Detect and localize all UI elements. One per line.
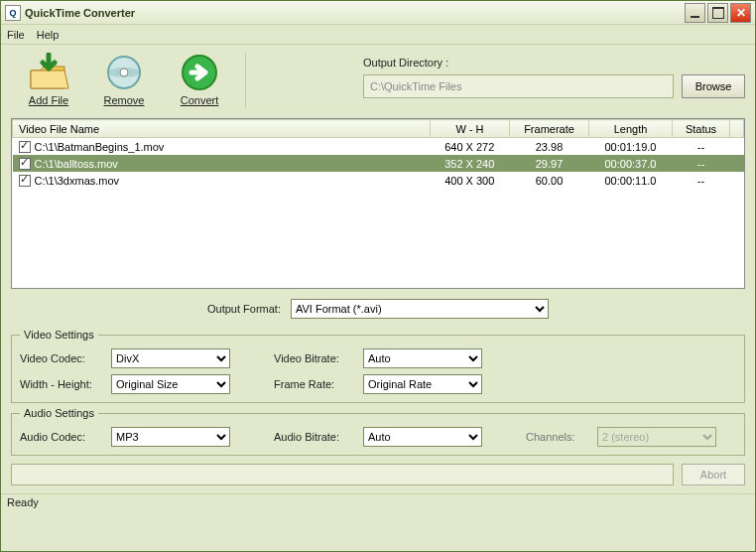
row-framerate: 60.00: [510, 172, 589, 189]
video-codec-label: Video Codec:: [20, 352, 103, 364]
audio-bitrate-select[interactable]: Auto: [363, 427, 482, 447]
table-row[interactable]: C:\1\3dxmas.mov400 X 30060.0000:00:11.0-…: [13, 172, 744, 189]
row-filename: C:\1\balltoss.mov: [35, 158, 118, 170]
row-filename: C:\1\3dxmas.mov: [35, 175, 120, 187]
menu-file[interactable]: File: [7, 29, 25, 41]
audio-settings-legend: Audio Settings: [20, 407, 98, 419]
file-table[interactable]: Video File Name W - H Framerate Length S…: [11, 118, 745, 289]
app-icon: [5, 5, 21, 21]
titlebar: QuickTime Converter: [1, 1, 755, 25]
audio-settings-group: Audio Settings Audio Codec: MP3 Audio Bi…: [11, 407, 745, 456]
row-length: 00:00:37.0: [589, 155, 673, 172]
audio-codec-select[interactable]: MP3: [111, 427, 230, 447]
width-height-label: Width - Height:: [20, 378, 103, 390]
status-bar: Ready: [1, 493, 755, 513]
table-row[interactable]: C:\1\BatmanBegins_1.mov640 X 27223.9800:…: [13, 138, 744, 156]
browse-button[interactable]: Browse: [682, 74, 745, 98]
video-settings-group: Video Settings Video Codec: DivX Video B…: [11, 329, 745, 403]
close-button[interactable]: [730, 3, 751, 23]
output-format-label: Output Format:: [207, 303, 281, 315]
row-status: --: [673, 138, 730, 156]
width-height-select[interactable]: Original Size: [111, 374, 230, 394]
row-length: 00:01:19.0: [589, 138, 673, 156]
menu-help[interactable]: Help: [37, 29, 60, 41]
row-length: 00:00:11.0: [589, 172, 673, 189]
channels-select: 2 (stereo): [597, 427, 716, 447]
row-wh: 400 X 300: [431, 172, 510, 189]
bottom-bar: Abort: [11, 464, 745, 485]
convert-icon: [178, 53, 221, 92]
col-wh[interactable]: W - H: [431, 120, 510, 138]
output-format-row: Output Format: AVI Format (*.avi): [1, 299, 755, 319]
row-checkbox[interactable]: [19, 158, 31, 170]
row-checkbox[interactable]: [19, 175, 31, 187]
abort-button: Abort: [682, 464, 745, 485]
output-directory-section: Output Directory : Browse: [254, 53, 745, 98]
window-controls: [685, 3, 751, 23]
remove-label: Remove: [86, 94, 162, 106]
row-status: --: [673, 172, 730, 189]
row-filename: C:\1\BatmanBegins_1.mov: [35, 141, 165, 153]
row-framerate: 23.98: [510, 138, 589, 156]
remove-button[interactable]: Remove: [86, 53, 162, 106]
video-codec-select[interactable]: DivX: [111, 348, 230, 368]
output-directory-label: Output Directory :: [363, 57, 745, 69]
row-checkbox[interactable]: [19, 141, 31, 153]
row-wh: 352 X 240: [431, 155, 510, 172]
window-title: QuickTime Converter: [25, 7, 685, 19]
video-settings-legend: Video Settings: [20, 329, 98, 341]
video-bitrate-select[interactable]: Auto: [363, 348, 482, 368]
col-spacer: [730, 120, 744, 138]
frame-rate-select[interactable]: Original Rate: [363, 374, 482, 394]
video-bitrate-label: Video Bitrate:: [274, 352, 355, 364]
output-format-select[interactable]: AVI Format (*.avi): [291, 299, 549, 319]
col-name[interactable]: Video File Name: [13, 120, 431, 138]
row-wh: 640 X 272: [431, 138, 510, 156]
channels-label: Channels:: [526, 431, 589, 443]
convert-label: Convert: [162, 94, 237, 106]
toolbar-separator: [245, 53, 246, 108]
progress-bar: [11, 464, 674, 485]
maximize-button[interactable]: [707, 3, 728, 23]
table-row[interactable]: C:\1\balltoss.mov352 X 24029.9700:00:37.…: [13, 155, 744, 172]
remove-icon: [102, 53, 146, 92]
add-file-icon: [27, 53, 70, 92]
col-framerate[interactable]: Framerate: [510, 120, 589, 138]
toolbar: Add File Remove Convert Output Directory…: [1, 45, 755, 112]
col-length[interactable]: Length: [589, 120, 673, 138]
row-status: --: [673, 155, 730, 172]
svg-point-2: [120, 69, 128, 76]
audio-bitrate-label: Audio Bitrate:: [274, 431, 355, 443]
convert-button[interactable]: Convert: [162, 53, 237, 106]
frame-rate-label: Frame Rate:: [274, 378, 355, 390]
audio-codec-label: Audio Codec:: [20, 431, 103, 443]
minimize-button[interactable]: [685, 3, 705, 23]
output-directory-input[interactable]: [363, 74, 674, 98]
col-status[interactable]: Status: [673, 120, 730, 138]
row-framerate: 29.97: [510, 155, 589, 172]
menubar: File Help: [1, 25, 755, 45]
add-file-label: Add File: [11, 94, 86, 106]
add-file-button[interactable]: Add File: [11, 53, 86, 106]
